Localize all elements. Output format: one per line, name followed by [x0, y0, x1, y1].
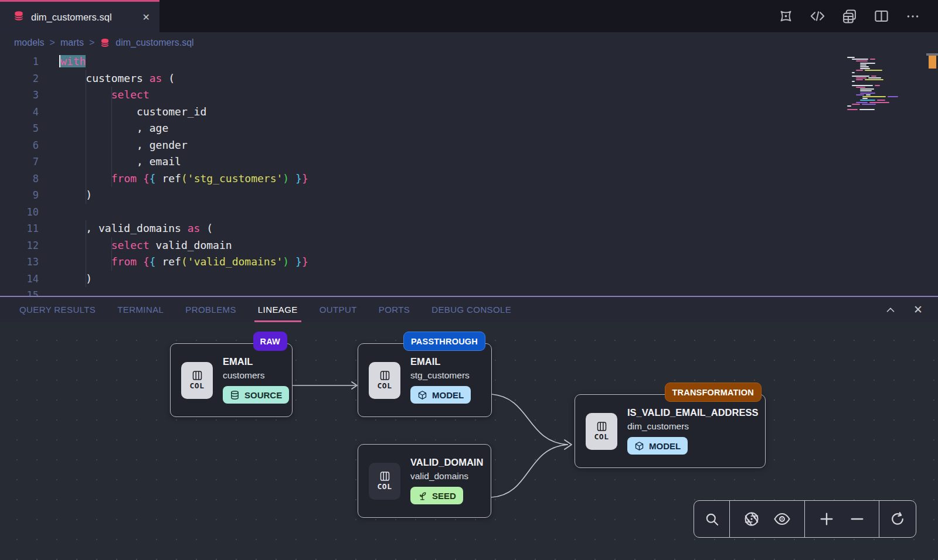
chevron-up-icon[interactable] [884, 303, 897, 316]
code-icon[interactable] [810, 8, 825, 24]
panel-tab-query-results[interactable]: QUERY RESULTS [19, 297, 96, 322]
line-number: 13 [0, 254, 39, 271]
panel-tab-lineage[interactable]: LINEAGE [258, 297, 298, 322]
line-content: ) [60, 187, 92, 204]
copy-table-icon[interactable] [841, 8, 858, 25]
panel-tab-output[interactable]: OUTPUT [320, 297, 357, 322]
line-number: 1 [0, 53, 39, 70]
lineage-node-valid-domains[interactable]: COL VALID_DOMAIN valid_domains SEED [358, 444, 491, 518]
dbt-logo-icon[interactable] [778, 8, 794, 24]
code-line[interactable]: 5 , age [0, 120, 938, 137]
model-pill: MODEL [627, 437, 688, 455]
panel-tab-ports[interactable]: PORTS [379, 297, 410, 322]
breadcrumb-file[interactable]: dim_customers.sql [115, 37, 193, 48]
editor-tab-bar: dim_customers.sql ✕ [0, 0, 938, 32]
lineage-canvas[interactable]: RAW COL EMAIL customers SOURCE PASSTHROU… [0, 322, 938, 560]
line-number: 10 [0, 204, 39, 221]
line-number: 2 [0, 70, 39, 87]
lineage-node-stg-customers[interactable]: PASSTHROUGH COL EMAIL stg_customers MODE… [358, 343, 492, 417]
col-label: COL [594, 432, 609, 441]
lineage-node-dim-customers[interactable]: TRANSFORMATION COL IS_VALID_EMAIL_ADDRES… [575, 394, 766, 468]
node-title: IS_VALID_EMAIL_ADDRESS [627, 408, 758, 418]
code-line[interactable]: 7 , email [0, 153, 938, 170]
breadcrumb-models[interactable]: models [14, 37, 45, 48]
node-subtitle: stg_customers [410, 370, 471, 381]
line-content: with [60, 53, 86, 70]
column-icon: COL [369, 463, 400, 500]
indent-guide [111, 237, 112, 271]
line-number: 9 [0, 187, 39, 204]
line-content: , gender [60, 137, 188, 154]
raw-badge: RAW [253, 332, 287, 351]
line-content: customer_id [60, 104, 206, 121]
code-area[interactable]: 1with2 customers as (3 select4 customer_… [0, 53, 938, 296]
panel-tab-terminal[interactable]: TERMINAL [117, 297, 164, 322]
lineage-node-customers[interactable]: RAW COL EMAIL customers SOURCE [170, 343, 293, 417]
node-subtitle: dim_customers [627, 421, 758, 432]
breadcrumb: models > marts > dim_customers.sql [0, 32, 938, 53]
node-subtitle: valid_domains [410, 471, 483, 482]
code-line[interactable]: 9 ) [0, 187, 938, 204]
scrollbar-marker[interactable] [929, 56, 936, 69]
indent-guide [86, 220, 86, 287]
indent-guide [111, 87, 112, 187]
line-content: ) [60, 271, 92, 288]
panel-tab-problems[interactable]: PROBLEMS [185, 297, 236, 322]
code-line[interactable]: 3 select [0, 87, 938, 104]
node-title: EMAIL [410, 357, 471, 367]
code-line[interactable]: 14 ) [0, 271, 938, 288]
col-label: COL [378, 381, 392, 390]
panel-tab-bar: QUERY RESULTSTERMINALPROBLEMSLINEAGEOUTP… [0, 297, 938, 322]
code-line[interactable]: 8 from {{ ref('stg_customers') }} [0, 170, 938, 187]
line-number: 7 [0, 153, 39, 170]
line-number: 11 [0, 220, 39, 237]
column-icon: COL [181, 362, 213, 399]
code-line[interactable]: 4 customer_id [0, 104, 938, 121]
line-content: , valid_domains as ( [60, 220, 213, 237]
zoom-out-icon[interactable] [849, 511, 865, 527]
column-icon: COL [369, 362, 400, 399]
node-title: EMAIL [223, 357, 289, 367]
line-content: , email [60, 153, 181, 170]
close-icon[interactable]: ✕ [142, 12, 150, 23]
zoom-in-icon[interactable] [818, 511, 835, 527]
line-number: 6 [0, 137, 39, 154]
breadcrumb-marts[interactable]: marts [60, 37, 84, 48]
tab-dim-customers-sql[interactable]: dim_customers.sql ✕ [0, 0, 159, 32]
column-icon: COL [586, 413, 617, 450]
close-icon[interactable]: ✕ [913, 303, 923, 316]
code-line[interactable]: 6 , gender [0, 137, 938, 154]
indent-guide [86, 70, 86, 204]
code-line[interactable]: 10 [0, 204, 938, 221]
code-line[interactable]: 11 , valid_domains as ( [0, 220, 938, 237]
tab-label: dim_customers.sql [31, 12, 112, 23]
chevron-right-icon: > [50, 37, 55, 48]
line-content: from {{ ref('valid_domains') }} [60, 254, 308, 271]
source-pill: SOURCE [223, 386, 289, 404]
code-line[interactable]: 15 [0, 287, 938, 296]
eye-icon[interactable] [773, 510, 791, 528]
line-number: 4 [0, 104, 39, 121]
code-line[interactable]: 12 select valid_domain [0, 237, 938, 254]
aperture-icon[interactable] [743, 511, 760, 527]
line-number: 15 [0, 287, 39, 296]
code-line[interactable]: 2 customers as ( [0, 70, 938, 87]
database-icon [13, 10, 25, 24]
code-line[interactable]: 1with [0, 53, 938, 70]
line-number: 14 [0, 271, 39, 288]
split-editor-icon[interactable] [874, 8, 889, 24]
database-icon [100, 37, 110, 48]
search-icon[interactable] [704, 511, 720, 527]
panel-tab-debug-console[interactable]: DEBUG CONSOLE [431, 297, 511, 322]
chevron-right-icon: > [89, 37, 94, 48]
node-title: VALID_DOMAIN [410, 457, 483, 467]
col-label: COL [378, 482, 392, 491]
code-line[interactable]: 13 from {{ ref('valid_domains') }} [0, 254, 938, 271]
line-content: from {{ ref('stg_customers') }} [60, 170, 308, 187]
line-number: 5 [0, 120, 39, 137]
refresh-icon[interactable] [889, 511, 906, 527]
line-number: 12 [0, 237, 39, 254]
minimap[interactable] [847, 57, 912, 111]
ellipsis-icon[interactable] [905, 9, 920, 24]
node-subtitle: customers [223, 370, 289, 381]
